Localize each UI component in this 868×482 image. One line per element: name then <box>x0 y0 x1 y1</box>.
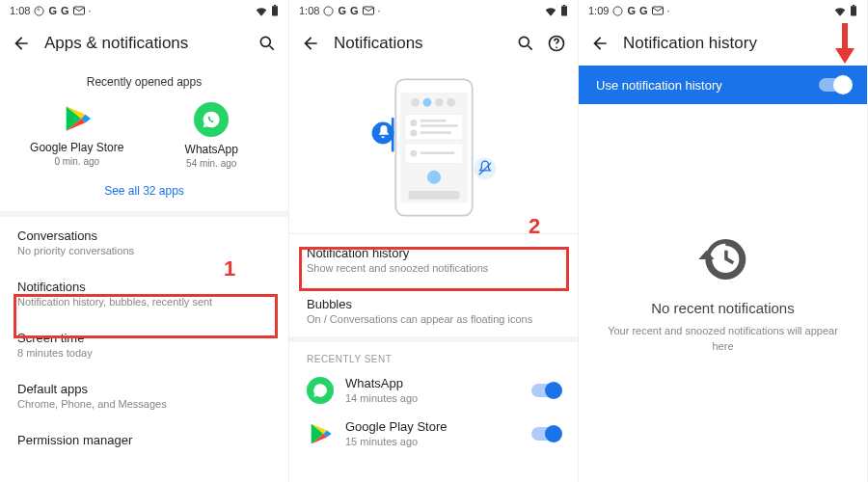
item-screen-time[interactable]: Screen time 8 minutes today <box>0 319 288 370</box>
recently-opened-label: Recently opened apps <box>0 75 288 89</box>
recently-sent-label: RECENTLY SENT <box>289 342 578 368</box>
svg-rect-30 <box>391 118 393 151</box>
see-all-apps-link[interactable]: See all 32 apps <box>0 173 288 211</box>
svg-point-9 <box>519 37 529 46</box>
sent-item-whatsapp[interactable]: WhatsApp 14 minutes ago <box>289 368 578 412</box>
use-notification-history-bar[interactable]: Use notification history <box>579 66 867 104</box>
sent-item-play-store[interactable]: Google Play Store 15 minutes ago <box>289 412 578 455</box>
battery-icon <box>560 5 568 16</box>
svg-rect-35 <box>851 6 856 15</box>
svg-point-27 <box>426 171 440 184</box>
page-title: Notification history <box>623 34 855 53</box>
search-icon[interactable] <box>516 34 535 53</box>
g-icon-1: G <box>627 5 636 16</box>
whatsapp-icon <box>194 102 229 137</box>
item-bubbles[interactable]: Bubbles On / Conversations can appear as… <box>289 285 578 336</box>
back-icon[interactable] <box>12 34 31 53</box>
recent-apps-row: Google Play Store 0 min. ago WhatsApp 54… <box>0 89 288 173</box>
search-icon[interactable] <box>258 34 277 53</box>
item-sub: On / Conversations can appear as floatin… <box>307 313 560 325</box>
history-icon <box>696 232 750 286</box>
g-icon-2: G <box>61 5 69 16</box>
svg-point-17 <box>447 98 455 107</box>
app-name: WhatsApp <box>185 143 238 156</box>
item-default-apps[interactable]: Default apps Chrome, Phone, and Messages <box>0 370 288 421</box>
panel-notification-history: 1:09 G G · Notification history Use noti… <box>579 0 868 482</box>
item-sub: Chrome, Phone, and Messages <box>17 398 271 410</box>
item-title: Bubbles <box>307 297 560 311</box>
item-notifications[interactable]: Notifications Notification history, bubb… <box>0 268 288 319</box>
back-icon[interactable] <box>590 34 610 53</box>
header: Notifications <box>289 21 578 66</box>
panel-apps-notifications: 1:08 G G · Apps & notifications Recently… <box>0 0 289 482</box>
svg-point-22 <box>410 129 417 136</box>
sent-title: WhatsApp <box>345 376 520 390</box>
wifi-icon <box>544 5 557 16</box>
battery-icon <box>271 5 279 16</box>
empty-sub: Your recent and snoozed notifications wi… <box>606 324 840 354</box>
svg-point-15 <box>422 98 431 107</box>
notifications-illustration <box>289 66 578 233</box>
play-store-icon <box>307 420 334 447</box>
svg-rect-23 <box>420 131 450 134</box>
toggle-play-store[interactable] <box>531 427 560 441</box>
empty-state: No recent notifications Your recent and … <box>579 104 867 482</box>
item-sub: 8 minutes today <box>17 347 271 359</box>
panel-notifications: 1:08 G G · Notifications <box>289 0 579 482</box>
header: Apps & notifications <box>0 21 288 66</box>
whatsapp-status-icon <box>612 6 623 16</box>
svg-rect-26 <box>420 151 453 154</box>
status-time: 1:09 <box>588 5 609 16</box>
svg-point-4 <box>260 37 270 46</box>
item-conversations[interactable]: Conversations No priority conversations <box>0 217 288 268</box>
g-icon-1: G <box>338 5 346 16</box>
svg-point-0 <box>35 6 43 14</box>
status-bar: 1:08 G G · <box>0 0 288 21</box>
svg-rect-2 <box>272 6 278 15</box>
status-time: 1:08 <box>299 5 319 16</box>
item-notification-history[interactable]: Notification history Show recent and sno… <box>289 234 578 285</box>
recent-app-whatsapp[interactable]: WhatsApp 54 min. ago <box>153 102 269 169</box>
wifi-icon <box>255 5 268 16</box>
empty-title: No recent notifications <box>651 300 794 316</box>
svg-rect-28 <box>408 191 459 200</box>
mail-status-icon <box>652 6 664 15</box>
sent-title: Google Play Store <box>345 419 520 434</box>
toggle-history[interactable] <box>819 78 850 92</box>
item-sub: Notification history, bubbles, recently … <box>17 296 271 308</box>
svg-point-19 <box>410 120 417 126</box>
item-sub: No priority conversations <box>17 245 271 256</box>
help-icon[interactable] <box>547 34 566 53</box>
item-permission-manager[interactable]: Permission manager <box>0 421 288 459</box>
battery-icon <box>850 5 857 16</box>
item-title: Default apps <box>17 382 271 396</box>
item-title: Permission manager <box>17 433 271 447</box>
svg-point-16 <box>434 98 443 107</box>
sent-sub: 14 minutes ago <box>345 392 520 404</box>
svg-rect-36 <box>853 5 854 6</box>
svg-point-25 <box>410 150 417 157</box>
back-icon[interactable] <box>301 34 320 53</box>
recent-app-play-store[interactable]: Google Play Store 0 min. ago <box>19 102 135 169</box>
item-title: Notifications <box>17 280 271 294</box>
item-title: Conversations <box>17 228 271 243</box>
sent-sub: 15 minutes ago <box>345 436 520 447</box>
item-title: Notification history <box>307 246 560 260</box>
item-title: Screen time <box>17 331 271 345</box>
toggle-label: Use notification history <box>596 78 722 93</box>
mail-status-icon <box>73 6 85 15</box>
page-title: Apps & notifications <box>44 34 244 53</box>
page-title: Notifications <box>334 34 502 53</box>
whatsapp-status-icon <box>34 6 44 16</box>
app-name: Google Play Store <box>30 141 123 154</box>
dot-icon: · <box>378 5 381 16</box>
toggle-whatsapp[interactable] <box>531 384 560 397</box>
dot-icon: · <box>89 5 92 16</box>
whatsapp-icon <box>307 377 334 404</box>
g-icon-1: G <box>48 5 57 16</box>
whatsapp-status-icon <box>323 6 334 16</box>
svg-rect-20 <box>420 120 445 122</box>
g-icon-2: G <box>639 5 648 16</box>
app-sub: 54 min. ago <box>186 158 236 169</box>
svg-point-14 <box>411 98 420 107</box>
